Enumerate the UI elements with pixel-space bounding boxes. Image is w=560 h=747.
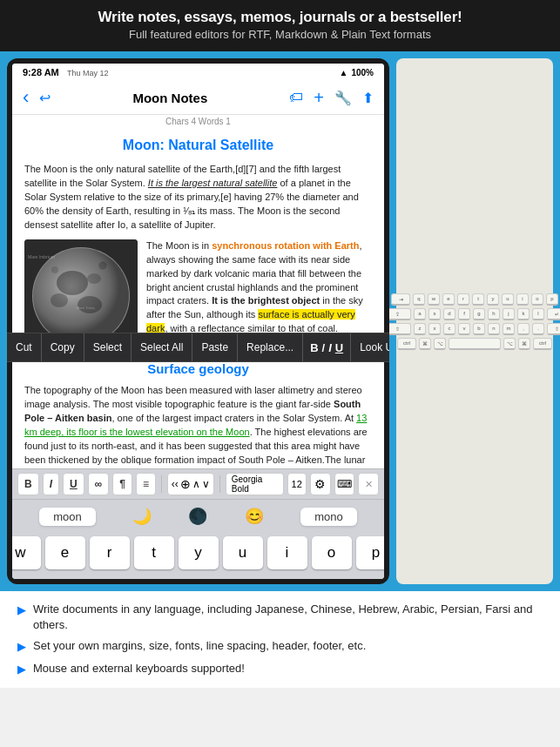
- bullet-2-icon: ▶: [17, 639, 26, 655]
- up-arrow-icon[interactable]: ∧: [192, 478, 200, 490]
- feature-text-1: Write documents in any language, includi…: [33, 602, 543, 633]
- key-t[interactable]: t: [134, 536, 174, 569]
- phys-row-numbers: ⇥ q w e r t y u i o p: [391, 293, 558, 306]
- phys-row-space: ctrl ⌘ ⌥ ⌥ ⌘ ctrl: [397, 338, 552, 350]
- status-icons: ▲ 100%: [340, 68, 374, 77]
- select-button[interactable]: Select: [84, 333, 132, 361]
- paste-button[interactable]: Paste: [192, 333, 238, 361]
- key-y[interactable]: y: [179, 536, 219, 569]
- left-arrow-icon[interactable]: ‹‹: [172, 478, 179, 490]
- svg-point-7: [98, 261, 107, 270]
- toolbar-separator-2: [219, 475, 220, 493]
- document-title: Moon Notes: [132, 91, 207, 105]
- feature-text-2: Set your own margins, size, fonts, line …: [33, 638, 366, 654]
- status-bar: 9:28 AM Thu May 12 ▲ 100%: [12, 64, 384, 81]
- svg-point-8: [51, 266, 58, 273]
- svg-point-5: [51, 293, 68, 307]
- italic-button[interactable]: I: [43, 473, 59, 495]
- copy-button[interactable]: Copy: [42, 333, 84, 361]
- font-size-control[interactable]: 12: [287, 473, 307, 495]
- key-r[interactable]: r: [90, 536, 130, 569]
- close-button[interactable]: ✕: [358, 473, 379, 495]
- phys-row-middle: ⇪ a s d f g h j k l ↵: [383, 308, 560, 320]
- section-heading: Surface geology: [24, 360, 372, 380]
- top-banner-subline: Full featured editors for RTF, Markdown …: [17, 28, 543, 41]
- toolbar-separator-1: [161, 475, 162, 493]
- context-menu: Cut Copy Select Select All Paste Replace…: [12, 333, 384, 362]
- wifi-icon: ▲: [340, 68, 348, 77]
- feature-item-1: ▶ Write documents in any language, inclu…: [17, 602, 543, 633]
- chars-counter: Chars 4 Words 1: [12, 115, 384, 128]
- key-p[interactable]: p: [356, 536, 385, 569]
- battery-icon: 100%: [351, 68, 374, 77]
- key-u[interactable]: u: [223, 536, 263, 569]
- physical-keyboard: ⇥ q w e r t y u i o p ⇪ a s d f g h j: [396, 58, 553, 584]
- keyboard-row-1: q w e r t y u i o p ⌫: [16, 536, 381, 569]
- svg-point-4: [78, 296, 102, 313]
- suggestion-mono[interactable]: mono: [300, 508, 357, 526]
- ipad-frame: 9:28 AM Thu May 12 ▲ 100% ‹ ↩ Moon Notes…: [7, 58, 389, 584]
- cursor-icon[interactable]: ⊕: [180, 477, 191, 491]
- tag-button[interactable]: 🏷: [289, 90, 303, 105]
- underline-button[interactable]: U: [63, 473, 84, 495]
- suggestion-emoji2[interactable]: 🌑: [188, 507, 207, 526]
- feature-item-2: ▶ Set your own margins, size, fonts, lin…: [17, 638, 543, 655]
- phys-tab-key: ⇥: [391, 293, 410, 306]
- svg-point-6: [87, 273, 101, 284]
- replace-button[interactable]: Replace...: [238, 333, 303, 361]
- arrow-group[interactable]: ‹‹ ⊕ ∧ ∨: [167, 473, 214, 495]
- suggestion-emoji3[interactable]: 😊: [245, 507, 264, 526]
- format-button[interactable]: B / I U: [303, 333, 351, 361]
- device-area: 9:28 AM Thu May 12 ▲ 100% ‹ ↩ Moon Notes…: [0, 51, 560, 591]
- list-button[interactable]: ≡: [136, 473, 156, 495]
- key-w[interactable]: w: [12, 536, 41, 569]
- key-o[interactable]: o: [312, 536, 352, 569]
- svg-text:Mare Tranq.: Mare Tranq.: [77, 306, 96, 310]
- svg-point-3: [57, 271, 88, 295]
- font-name-label[interactable]: Georgia Bold: [226, 473, 284, 495]
- feature-text-3: Mouse and external keyboards supported!: [33, 661, 245, 676]
- key-i[interactable]: i: [267, 536, 307, 569]
- format-toolbar: B I U ∞ ¶ ≡ ‹‹ ⊕ ∧ ∨ Georgia Bold 12 ⚙: [12, 468, 384, 500]
- nav-left: ‹ ↩: [23, 86, 51, 109]
- cut-button[interactable]: Cut: [12, 333, 42, 361]
- top-banner: Write notes, essays, memos, journals or …: [0, 0, 560, 51]
- phys-row-bottom: ⇧ z x c v b n m , . ⇧: [383, 323, 560, 335]
- bottom-banner: ▶ Write documents in any language, inclu…: [0, 591, 560, 688]
- doc-para1: The Moon is the only natural satellite o…: [24, 163, 372, 232]
- select-all-button[interactable]: Select All: [132, 333, 192, 361]
- gear-button[interactable]: ⚙: [310, 473, 331, 495]
- nav-bar: ‹ ↩ Moon Notes 🏷 + 🔧 ⬆: [12, 81, 384, 115]
- doc-para3: The topography of the Moon has been meas…: [24, 384, 372, 468]
- link-button[interactable]: ∞: [88, 473, 110, 495]
- undo-button[interactable]: ↩: [39, 90, 51, 106]
- nav-right: 🏷 + 🔧 ⬆: [289, 88, 374, 108]
- bullet-3-icon: ▶: [17, 662, 26, 677]
- feature-item-3: ▶ Mouse and external keyboards supported…: [17, 661, 543, 677]
- keyboard: q w e r t y u i o p ⌫: [12, 533, 384, 579]
- doc-content[interactable]: Moon: Natural Satellite The Moon is the …: [12, 128, 384, 468]
- ipad-screen: 9:28 AM Thu May 12 ▲ 100% ‹ ↩ Moon Notes…: [12, 64, 384, 579]
- svg-text:Mare Imbrium: Mare Imbrium: [28, 254, 55, 259]
- top-banner-headline: Write notes, essays, memos, journals or …: [17, 9, 543, 26]
- keyboard-suggestions: moon 🌙 🌑 😊 mono: [12, 500, 384, 533]
- add-button[interactable]: +: [314, 88, 324, 108]
- doc-title: Moon: Natural Satellite: [24, 135, 372, 156]
- share-button[interactable]: ⬆: [362, 90, 374, 106]
- back-button[interactable]: ‹: [23, 86, 29, 109]
- tools-button[interactable]: 🔧: [334, 90, 352, 106]
- down-arrow-icon[interactable]: ∨: [202, 478, 210, 490]
- suggestion-moon[interactable]: moon: [39, 508, 96, 526]
- keyboard-icon-button[interactable]: ⌨: [334, 473, 355, 495]
- status-time: 9:28 AM Thu May 12: [23, 67, 108, 77]
- lookup-button[interactable]: Look Up: [351, 333, 384, 361]
- bold-button[interactable]: B: [17, 473, 39, 495]
- key-e[interactable]: e: [45, 536, 85, 569]
- bullet-1-icon: ▶: [17, 602, 26, 618]
- para-button[interactable]: ¶: [112, 473, 132, 495]
- phys-ctrl: ctrl: [397, 338, 416, 350]
- svg-point-2: [33, 248, 129, 344]
- suggestion-emoji1[interactable]: 🌙: [132, 507, 152, 526]
